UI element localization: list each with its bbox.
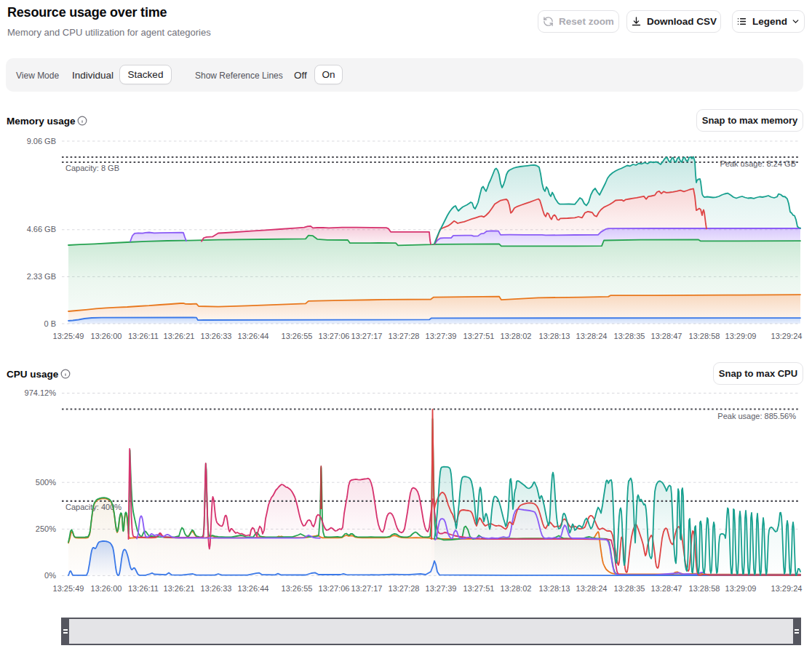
svg-text:250%: 250% <box>36 524 56 533</box>
svg-text:13:26:21: 13:26:21 <box>164 584 195 593</box>
svg-text:13:29:09: 13:29:09 <box>725 584 757 593</box>
svg-text:13:26:55: 13:26:55 <box>282 584 313 593</box>
svg-text:13:26:00: 13:26:00 <box>91 332 122 340</box>
svg-text:13:29:24: 13:29:24 <box>771 584 803 593</box>
svg-text:13:28:47: 13:28:47 <box>651 332 682 340</box>
svg-text:13:28:58: 13:28:58 <box>689 332 720 340</box>
svg-text:13:26:11: 13:26:11 <box>128 332 159 340</box>
svg-text:974.12%: 974.12% <box>25 388 57 397</box>
svg-text:13:28:35: 13:28:35 <box>614 584 645 593</box>
svg-text:Peak usage: 885.56%: Peak usage: 885.56% <box>717 412 796 420</box>
svg-text:13:29:24: 13:29:24 <box>771 332 803 340</box>
svg-text:13:26:21: 13:26:21 <box>164 332 195 340</box>
svg-text:0%: 0% <box>44 571 56 580</box>
svg-text:13:28:13: 13:28:13 <box>539 584 570 593</box>
svg-text:0 B: 0 B <box>44 319 56 328</box>
svg-text:Peak usage: 8.24 GB: Peak usage: 8.24 GB <box>720 159 796 168</box>
svg-text:Capacity: 8 GB: Capacity: 8 GB <box>65 164 119 172</box>
svg-text:13:27:06: 13:27:06 <box>319 584 350 593</box>
svg-text:13:28:47: 13:28:47 <box>651 584 682 593</box>
svg-text:13:26:33: 13:26:33 <box>201 332 232 340</box>
svg-text:13:25:49: 13:25:49 <box>53 584 84 593</box>
svg-text:13:28:02: 13:28:02 <box>501 332 532 340</box>
svg-text:13:26:55: 13:26:55 <box>282 332 313 340</box>
svg-text:13:28:24: 13:28:24 <box>576 332 608 340</box>
svg-text:13:26:44: 13:26:44 <box>238 584 269 593</box>
svg-text:13:28:58: 13:28:58 <box>689 584 720 593</box>
svg-text:13:28:35: 13:28:35 <box>614 332 645 340</box>
svg-text:13:26:00: 13:26:00 <box>91 584 122 593</box>
svg-text:9.06 GB: 9.06 GB <box>27 137 56 145</box>
svg-text:13:27:06: 13:27:06 <box>319 332 350 340</box>
svg-text:500%: 500% <box>36 478 56 487</box>
svg-text:13:27:28: 13:27:28 <box>389 332 420 340</box>
svg-text:13:27:51: 13:27:51 <box>463 332 495 340</box>
svg-text:13:27:17: 13:27:17 <box>351 332 383 340</box>
svg-text:13:28:13: 13:28:13 <box>539 332 570 340</box>
svg-text:13:28:24: 13:28:24 <box>576 584 608 593</box>
svg-text:4.66 GB: 4.66 GB <box>27 225 56 233</box>
svg-text:13:28:02: 13:28:02 <box>501 584 532 593</box>
svg-text:13:27:17: 13:27:17 <box>351 584 383 593</box>
svg-text:13:29:09: 13:29:09 <box>725 332 757 340</box>
svg-text:13:25:49: 13:25:49 <box>53 332 84 340</box>
svg-text:13:27:51: 13:27:51 <box>463 584 495 593</box>
svg-text:13:26:33: 13:26:33 <box>201 584 232 593</box>
svg-text:13:26:44: 13:26:44 <box>238 332 269 340</box>
svg-text:13:27:28: 13:27:28 <box>389 584 420 593</box>
svg-text:13:26:11: 13:26:11 <box>128 584 159 593</box>
svg-text:2.33 GB: 2.33 GB <box>27 272 56 281</box>
svg-text:13:27:39: 13:27:39 <box>426 332 457 340</box>
svg-text:13:27:39: 13:27:39 <box>426 584 457 593</box>
